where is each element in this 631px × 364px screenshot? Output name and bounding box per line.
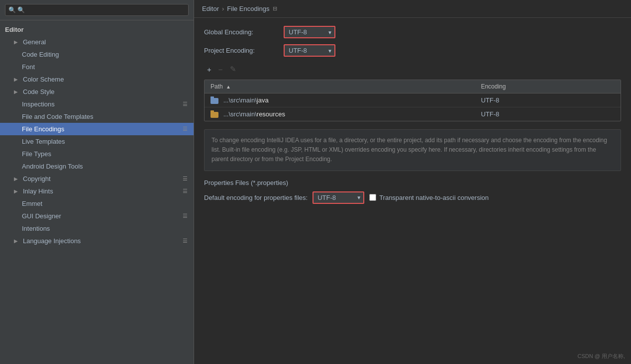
properties-encoding-select-wrapper: UTF-8 UTF-16 ISO-8859-1 ▼ [313,191,364,204]
transparent-checkbox[interactable] [369,194,376,201]
content-inner: Global Encoding: UTF-8 UTF-16 ISO-8859-1… [194,18,631,364]
sidebar-item-label: Inlay Hints [23,187,53,195]
sidebar-item-label: Color Scheme [23,76,64,83]
edit-button[interactable]: ✎ [227,63,239,76]
properties-row: Default encoding for properties files: U… [204,191,621,204]
folder-resources-icon [210,112,218,118]
breadcrumb-current: File Encodings [227,5,269,12]
sidebar-item-file-code-templates[interactable]: File and Code Templates [0,110,194,123]
sidebar-editor-label: Editor [5,26,24,33]
default-encoding-label: Default encoding for properties files: [204,194,308,201]
transparent-checkbox-wrapper: Transparent native-to-ascii conversion [369,194,489,201]
sidebar-item-file-types[interactable]: File Types [0,148,194,160]
sidebar-item-label: Live Templates [22,138,65,145]
sidebar-item-code-editing[interactable]: Code Editing [0,48,194,61]
chevron-right-icon: ▶ [14,39,20,45]
table-cell-encoding: UTF-8 [475,107,621,121]
chevron-right-icon: ▶ [14,89,20,94]
encoding-table: Path ▲ Encoding ...\src\main\java UTF-8 [204,80,621,121]
sort-asc-icon: ▲ [226,84,231,90]
info-text: To change encoding IntelliJ IDEA uses fo… [211,137,607,163]
sidebar-item-label: General [23,38,46,46]
global-encoding-select-wrapper: UTF-8 UTF-16 ISO-8859-1 ▼ [284,26,335,38]
sidebar-item-intentions[interactable]: Intentions [0,222,194,235]
project-encoding-row: Project Encoding: UTF-8 UTF-16 ISO-8859-… [204,44,621,57]
breadcrumb-separator: › [222,5,224,12]
search-bar: 🔍 [0,0,194,20]
properties-encoding-select[interactable]: UTF-8 UTF-16 ISO-8859-1 [313,191,364,204]
copyright-badge: ☰ [183,176,188,182]
table-header-encoding: Encoding [475,80,621,93]
sidebar-item-label: Android Design Tools [22,163,83,170]
sidebar-item-label: Code Style [23,88,55,95]
sidebar-item-code-style[interactable]: ▶ Code Style [0,86,194,98]
sidebar-item-label: Copyright [23,175,51,182]
breadcrumb-icon: ⊟ [273,5,277,12]
sidebar-item-label: Code Editing [22,51,59,58]
add-button[interactable]: + [204,63,214,76]
project-encoding-select-wrapper: UTF-8 UTF-16 ISO-8859-1 ▼ [284,44,335,57]
sidebar-item-file-encodings[interactable]: File Encodings ☰ [0,123,194,135]
file-encodings-badge: ☰ [183,126,188,132]
sidebar-item-label: Inspections [22,100,55,108]
sidebar-item-inlay-hints[interactable]: ▶ Inlay Hints ☰ [0,185,194,197]
sidebar-item-live-templates[interactable]: Live Templates [0,135,194,148]
sidebar-item-label: Emmet [22,200,42,207]
search-input[interactable] [5,4,189,16]
properties-title: Properties Files (*.properties) [204,179,621,186]
chevron-right-icon: ▶ [14,176,20,182]
folder-java-icon [210,98,218,104]
sidebar-item-label: Font [22,63,35,71]
project-encoding-select[interactable]: UTF-8 UTF-16 ISO-8859-1 [284,44,335,57]
sidebar-item-label: File and Code Templates [22,113,94,120]
sidebar-item-label: File Types [22,150,51,158]
breadcrumb: Editor › File Encodings ⊟ [194,0,631,18]
gui-designer-badge: ☰ [183,213,188,219]
properties-section: Properties Files (*.properties) Default … [204,179,621,204]
sidebar-item-general[interactable]: ▶ General [0,36,194,48]
lang-injections-badge: ☰ [183,238,188,244]
sidebar-item-font[interactable]: Font [0,61,194,73]
nav-tree: Editor ▶ General Code Editing Font ▶ Col… [0,20,194,364]
sidebar-item-inspections[interactable]: Inspections ☰ [0,98,194,110]
search-icon: 🔍 [8,6,16,13]
chevron-right-icon: ▶ [14,238,20,244]
chevron-right-icon: ▶ [14,77,20,82]
table-toolbar: + − ✎ [204,63,621,76]
sidebar-item-language-injections[interactable]: ▶ Language Injections ☰ [0,235,194,247]
table-header-path[interactable]: Path ▲ [205,80,475,93]
sidebar-item-android-design-tools[interactable]: Android Design Tools [0,160,194,173]
sidebar-item-emmet[interactable]: Emmet [0,197,194,210]
sidebar: 🔍 Editor ▶ General Code Editing Font [0,0,194,364]
sidebar-item-color-scheme[interactable]: ▶ Color Scheme [0,73,194,86]
table-cell-encoding: UTF-8 [475,93,621,107]
transparent-label: Transparent native-to-ascii conversion [379,194,489,201]
remove-button[interactable]: − [215,63,226,76]
content-panel: Editor › File Encodings ⊟ Global Encodin… [194,0,631,364]
sidebar-item-label: File Encodings [22,125,64,133]
global-encoding-label: Global Encoding: [204,28,279,36]
breadcrumb-parent: Editor [202,5,219,12]
table-cell-path: ...\src\main\java [205,93,475,107]
watermark: CSDN @ 用户名称, [577,353,625,360]
sidebar-item-label: Language Injections [23,237,81,245]
sidebar-item-label: GUI Designer [22,212,61,220]
inspections-badge: ☰ [183,101,188,107]
sidebar-item-gui-designer[interactable]: GUI Designer ☰ [0,210,194,222]
table-row[interactable]: ...\src\main\resources UTF-8 [205,107,621,121]
sidebar-item-copyright[interactable]: ▶ Copyright ☰ [0,173,194,185]
inlay-hints-badge: ☰ [183,188,188,194]
sidebar-item-label: Intentions [22,225,50,232]
project-encoding-label: Project Encoding: [204,47,279,54]
table-cell-path: ...\src\main\resources [205,107,475,121]
sidebar-item-editor[interactable]: Editor [0,23,194,36]
info-box: To change encoding IntelliJ IDEA uses fo… [204,129,621,171]
global-encoding-select[interactable]: UTF-8 UTF-16 ISO-8859-1 [284,26,335,38]
chevron-right-icon: ▶ [14,188,20,194]
table-row[interactable]: ...\src\main\java UTF-8 [205,93,621,107]
global-encoding-row: Global Encoding: UTF-8 UTF-16 ISO-8859-1… [204,26,621,38]
